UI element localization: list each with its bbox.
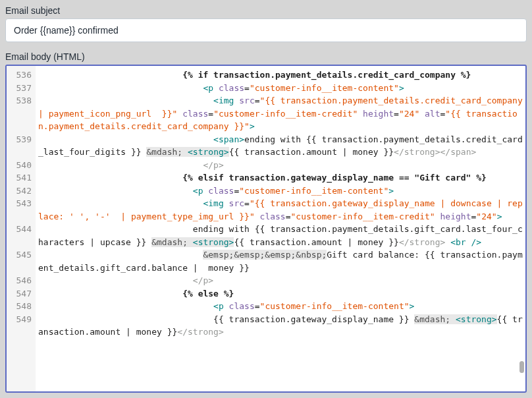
code-line: <p class="customer-info__item-content">	[38, 300, 523, 313]
email-subject-input[interactable]	[5, 18, 527, 42]
email-body-label: Email body (HTML)	[5, 51, 527, 62]
email-body-editor[interactable]: 5365375385395405415425435445455465475485…	[5, 65, 527, 393]
code-line: &emsp;&emsp;&emsp;&nbsp;Gift card balanc…	[38, 248, 523, 274]
email-subject-label: Email subject	[5, 5, 527, 16]
code-line: ending with {{ transaction.payment_detai…	[38, 223, 523, 248]
code-line: <span>ending with {{ transaction.payment…	[38, 133, 523, 159]
editor-scrollbar-track[interactable]	[518, 67, 524, 390]
code-line: <p class="customer-info__item-content">	[38, 185, 523, 198]
code-line: {% elsif transaction.gateway_display_nam…	[38, 171, 523, 185]
code-line: </p>	[38, 274, 523, 287]
editor-code-area[interactable]: {% if transaction.payment_details.credit…	[36, 66, 525, 391]
editor-scrollbar-thumb[interactable]	[519, 361, 524, 373]
editor-gutter: 5365375385395405415425435445455465475485…	[7, 66, 36, 391]
code-line: {% else %}	[38, 287, 523, 300]
code-line: <p class="customer-info__item-content">	[38, 82, 523, 95]
code-line: {% if transaction.payment_details.credit…	[38, 69, 523, 82]
code-line: <img src="{{ transaction.payment_details…	[38, 94, 523, 133]
code-line: {{ transaction.gateway_display_name }} &…	[38, 313, 523, 339]
code-line: <img src="{{ transaction.gateway_display…	[38, 197, 523, 223]
code-line: </p>	[38, 159, 523, 172]
